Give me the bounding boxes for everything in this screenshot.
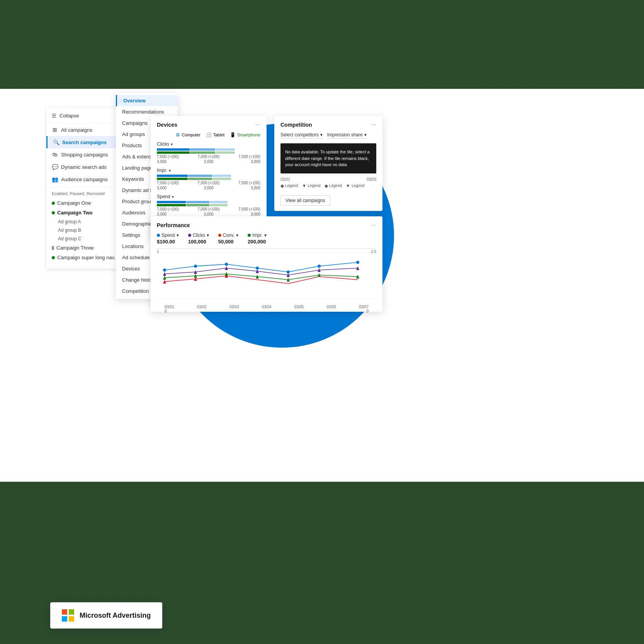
clicks-sub-values: 3,000 3,000 3,000 bbox=[157, 160, 260, 164]
search-campaigns-icon: 🔍 bbox=[53, 139, 59, 145]
competition-card-title: Competition bbox=[280, 122, 312, 128]
spend-bar-green-3 bbox=[210, 204, 228, 206]
comp-date-end: 03/03 bbox=[367, 177, 376, 182]
all-campaigns-label: All campaigns bbox=[61, 127, 92, 133]
spend-val-1: 7,000 (+100) bbox=[157, 207, 179, 211]
select-competitors-filter[interactable]: Select competitors ▾ bbox=[280, 132, 323, 139]
impression-share-chevron: ▾ bbox=[364, 132, 367, 138]
devices-card-header: Devices ··· bbox=[157, 121, 260, 128]
conv-value: 50,000 bbox=[218, 239, 238, 245]
clicks-expand-icon[interactable]: ▾ bbox=[171, 142, 173, 146]
clicks-val-2: 7,000 (+100) bbox=[198, 155, 220, 159]
select-competitors-chevron: ▾ bbox=[320, 132, 323, 138]
spend-bars-bottom bbox=[157, 204, 260, 206]
conv-perf-label: Conv. ▾ bbox=[218, 233, 238, 238]
spend-expand-icon[interactable]: ▾ bbox=[172, 195, 174, 199]
clicks-bar-blue-1 bbox=[157, 148, 190, 151]
impr-label-text: Impr. bbox=[252, 233, 263, 238]
adgroup-a-label: Ad group A bbox=[58, 219, 81, 224]
impr-color-dot bbox=[248, 234, 251, 237]
performance-metrics: Spend ▾ $100.00 Clicks ▾ 100,000 Conv. ▾… bbox=[157, 233, 376, 245]
spend-chevron-icon[interactable]: ▾ bbox=[177, 233, 179, 238]
clicks-values: 7,000 (+100) 7,000 (+100) 7,000 (+100) bbox=[157, 155, 260, 159]
impr-label: Impr. ▾ bbox=[157, 168, 260, 173]
computer-icon: 🖥 bbox=[175, 132, 180, 138]
legend-computer: 🖥 Computer bbox=[175, 132, 200, 138]
clicks-chevron-icon[interactable]: ▾ bbox=[207, 233, 209, 238]
impr-bar-3 bbox=[212, 175, 231, 177]
impr-text: Impr. bbox=[157, 168, 167, 173]
device-legend: 🖥 Computer ⬜ Tablet 📱 Smartphone bbox=[157, 132, 260, 138]
competition-dates: 03/01 03/03 bbox=[280, 177, 376, 182]
impr-sub-values: 3,000 3,000 3,000 bbox=[157, 186, 260, 190]
impr-values: 7,000 (+100) 7,000 (+100) 7,000 (+100) bbox=[157, 181, 260, 185]
competition-no-data-msg: No data available. To update the tile, s… bbox=[280, 143, 376, 173]
shopping-icon: 🛍 bbox=[52, 151, 58, 158]
x-label-7: 03/07 bbox=[359, 305, 369, 309]
comp-legend-label-1: Legend bbox=[285, 184, 298, 188]
impr-val-3: 7,000 (+100) bbox=[238, 181, 260, 185]
spend-bar-green-2 bbox=[186, 204, 209, 206]
clicks-sub-1: 3,000 bbox=[157, 160, 167, 164]
clicks-bars-bottom bbox=[157, 151, 260, 154]
competition-card: Competition ··· Select competitors ▾ Imp… bbox=[274, 116, 382, 211]
comp-legend-4: ▼ Legend bbox=[346, 183, 364, 189]
clicks-val-3: 7,000 (+100) bbox=[238, 155, 260, 159]
impr-bar-2 bbox=[188, 175, 212, 177]
impr-expand-icon[interactable]: ▾ bbox=[169, 168, 171, 173]
impr-value: 200,000 bbox=[248, 239, 267, 245]
select-competitors-label: Select competitors bbox=[280, 132, 319, 138]
collapse-label: Collapse bbox=[59, 113, 79, 119]
x-label-2: 03/02 bbox=[197, 305, 207, 309]
spend-val-2: 7,000 (+100) bbox=[198, 207, 220, 211]
spend-bar-3 bbox=[210, 201, 228, 203]
clicks-bars-top bbox=[157, 148, 260, 151]
competition-card-more-btn[interactable]: ··· bbox=[371, 121, 376, 128]
chart-y-left-top: 1 bbox=[157, 250, 159, 254]
impr-bars-bottom bbox=[157, 178, 260, 180]
campaign-one-dot bbox=[52, 202, 55, 205]
comp-legend-1: ◆ Legend bbox=[280, 183, 298, 189]
impression-share-label: Impression share bbox=[327, 132, 363, 138]
devices-card-more-btn[interactable]: ··· bbox=[255, 121, 260, 128]
spend-label-text: Spend bbox=[161, 233, 175, 238]
competition-filters: Select competitors ▾ Impression share ▾ bbox=[280, 132, 376, 139]
impr-bar-green-3 bbox=[212, 178, 231, 180]
smartphone-label: Smartphone bbox=[237, 133, 260, 137]
spend-bar-green-1 bbox=[157, 204, 186, 206]
comp-legend-3: ◆ Legend bbox=[325, 183, 342, 189]
comp-legend-icon-3: ◆ bbox=[325, 183, 328, 189]
microsoft-logo bbox=[62, 609, 74, 622]
clicks-bar-blue-3 bbox=[216, 148, 235, 151]
nav-overview[interactable]: Overview bbox=[116, 95, 178, 106]
campaign-one-label: Campaign One bbox=[57, 200, 91, 206]
campaign-super-dot bbox=[52, 256, 55, 259]
view-all-campaigns-btn[interactable]: View all campaigns bbox=[280, 195, 330, 206]
svg-point-6 bbox=[256, 267, 259, 270]
audience-icon: 👥 bbox=[52, 176, 58, 182]
shopping-campaigns-label: Shopping campaigns bbox=[61, 152, 108, 158]
performance-card-header: Performance ··· bbox=[157, 222, 376, 229]
hamburger-icon: ☰ bbox=[52, 113, 56, 119]
clicks-value: 100,000 bbox=[188, 239, 209, 245]
tablet-icon: ⬜ bbox=[206, 132, 212, 138]
spend-values: 7,000 (+100) 7,000 (+100) 7,000 (+100) bbox=[157, 207, 260, 211]
performance-card-more-btn[interactable]: ··· bbox=[371, 222, 376, 229]
no-data-text: No data available. To update the tile, s… bbox=[285, 150, 370, 167]
impr-sub-3: 3,000 bbox=[251, 186, 260, 190]
adgroup-c-label: Ad group C bbox=[58, 236, 82, 241]
performance-card-title: Performance bbox=[157, 222, 190, 228]
impr-chevron-icon[interactable]: ▾ bbox=[264, 233, 267, 238]
comp-date-start: 03/01 bbox=[280, 177, 290, 182]
clicks-color-dot bbox=[188, 234, 191, 237]
svg-point-9 bbox=[356, 261, 359, 264]
impr-val-1: 7,000 (+100) bbox=[157, 181, 179, 185]
clicks-sub-2: 3,000 bbox=[204, 160, 213, 164]
x-label-5: 03/05 bbox=[294, 305, 304, 309]
impression-share-filter[interactable]: Impression share ▾ bbox=[327, 132, 367, 139]
performance-chart-svg bbox=[157, 249, 377, 303]
spend-bar-1 bbox=[157, 201, 186, 203]
conv-chevron-icon[interactable]: ▾ bbox=[236, 233, 238, 238]
clicks-bar-green-3 bbox=[216, 151, 235, 154]
spend-val-3: 7,000 (+100) bbox=[238, 207, 260, 211]
